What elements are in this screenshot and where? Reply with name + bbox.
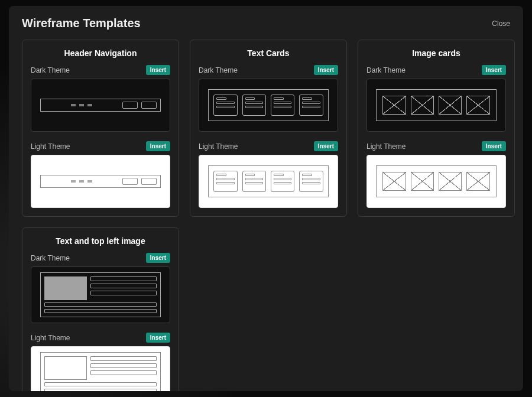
variant-row-dark: Dark Theme Insert	[31, 65, 170, 75]
variant-row-dark: Dark Theme Insert	[366, 65, 506, 75]
variant-label-light: Light Theme	[366, 142, 406, 151]
variant-label-light: Light Theme	[199, 142, 238, 151]
wireframe-text-top-left-image-icon	[40, 352, 160, 391]
variant-row-light: Light Theme Insert	[199, 141, 338, 151]
variant-label-dark: Dark Theme	[199, 66, 238, 74]
insert-button-header-dark[interactable]: Insert	[146, 65, 170, 75]
variant-label-dark: Dark Theme	[31, 66, 70, 74]
template-title: Header Navigation	[31, 48, 170, 58]
wireframe-headerbar-icon	[40, 175, 160, 188]
modal-header: Wireframe Templates Close	[22, 17, 510, 30]
templates-grid: Header Navigation Dark Theme Insert Ligh…	[22, 40, 510, 391]
variant-row-dark: Dark Theme Insert	[31, 253, 170, 263]
preview-textcards-dark	[199, 79, 338, 132]
preview-textimg-dark	[31, 266, 170, 323]
insert-button-header-light[interactable]: Insert	[146, 141, 170, 151]
insert-button-imagecards-dark[interactable]: Insert	[482, 65, 506, 75]
insert-button-textcards-dark[interactable]: Insert	[314, 65, 338, 75]
close-button[interactable]: Close	[492, 19, 510, 28]
preview-textcards-light	[199, 155, 338, 208]
insert-button-textimg-dark[interactable]: Insert	[146, 253, 170, 263]
wireframe-imagecards-icon	[376, 165, 496, 197]
template-title: Image cards	[366, 48, 506, 58]
variant-row-dark: Dark Theme Insert	[199, 65, 338, 75]
wireframe-textcards-icon	[208, 165, 328, 197]
insert-button-textimg-light[interactable]: Insert	[146, 333, 170, 343]
template-title: Text and top left image	[31, 236, 170, 246]
preview-textimg-light	[31, 346, 170, 391]
preview-imagecards-dark	[366, 79, 506, 132]
insert-button-textcards-light[interactable]: Insert	[314, 141, 338, 151]
variant-label-dark: Dark Theme	[31, 254, 70, 262]
preview-header-dark	[31, 79, 170, 132]
variant-label-light: Light Theme	[31, 142, 70, 151]
wireframe-textcards-icon	[208, 89, 328, 121]
preview-header-light	[31, 155, 170, 208]
template-title: Text Cards	[199, 48, 338, 58]
insert-button-imagecards-light[interactable]: Insert	[482, 141, 506, 151]
modal-title: Wireframe Templates	[22, 17, 141, 30]
variant-label-dark: Dark Theme	[366, 66, 406, 74]
wireframe-headerbar-icon	[40, 99, 160, 112]
template-card-text-cards: Text Cards Dark Theme Insert Light Theme…	[190, 40, 347, 217]
template-card-image-cards: Image cards Dark Theme Insert Light Them…	[358, 40, 515, 217]
template-card-header-navigation: Header Navigation Dark Theme Insert Ligh…	[22, 40, 179, 217]
wireframe-imagecards-icon	[376, 89, 496, 121]
preview-imagecards-light	[366, 155, 506, 208]
variant-row-light: Light Theme Insert	[366, 141, 506, 151]
variant-label-light: Light Theme	[31, 334, 70, 342]
wireframe-text-top-left-image-icon	[40, 272, 160, 317]
templates-modal: Wireframe Templates Close Header Navigat…	[9, 6, 523, 391]
variant-row-light: Light Theme Insert	[31, 333, 170, 343]
variant-row-light: Light Theme Insert	[31, 141, 170, 151]
template-card-text-and-top-left-image: Text and top left image Dark Theme Inser…	[22, 227, 179, 391]
